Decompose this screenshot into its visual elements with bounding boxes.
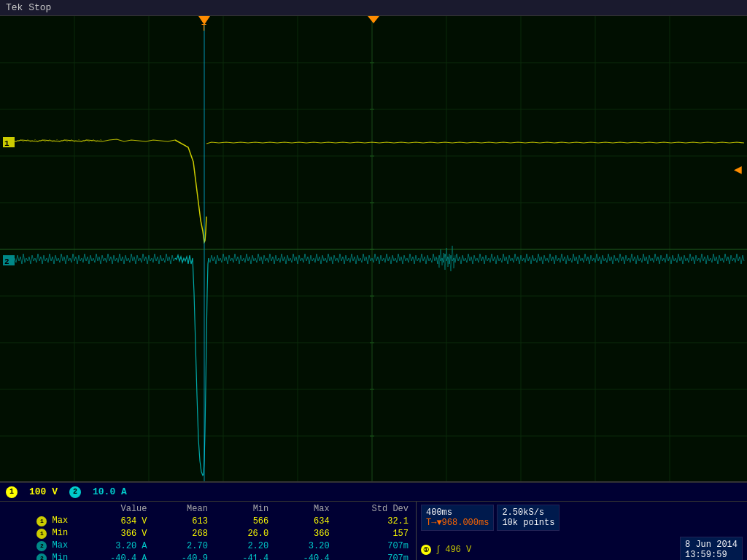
trigger-offset: T→▼968.000ms [426, 518, 489, 528]
stats-value: -40.4 A [72, 552, 151, 560]
stats-max: 366 [273, 527, 333, 540]
stats-stddev: 707m [334, 552, 413, 560]
svg-text:1: 1 [4, 139, 9, 148]
stats-min: 2.20 [212, 540, 273, 552]
stats-mean: -40.9 [152, 552, 212, 560]
col-header-mean: Mean [152, 503, 212, 515]
svg-text:◀: ◀ [734, 164, 742, 176]
stats-mean: 613 [152, 515, 212, 527]
col-header-max: Max [273, 503, 333, 515]
col-header-value: Value [72, 503, 151, 515]
stats-row-ch2-min: 2 Min -40.4 A -40.9 -41.4 -40.4 707m [3, 552, 413, 560]
stats-table: Value Mean Min Max Std Dev 1 Max 634 V 6… [0, 502, 416, 560]
right-info-panel: 400ms T→▼968.000ms 2.50kS/s 10k points ①… [416, 502, 747, 560]
stats-label: 1 Max [3, 515, 72, 527]
stats-label: 2 Min [3, 552, 72, 560]
datetime-box: 8 Jun 2014 13:59:59 [680, 537, 743, 560]
scope-area: T 1 1 2 ◀ [0, 16, 747, 483]
col-header-min: Min [212, 503, 273, 515]
stats-max: 3.20 [273, 540, 333, 552]
time-display: 13:59:59 [685, 550, 738, 560]
ch1-info-badge: ① [421, 545, 431, 555]
sample-box: 2.50kS/s 10k points [497, 505, 560, 531]
sample-points: 10k points [502, 518, 554, 528]
ch2-badge: 2 [69, 486, 81, 498]
timebase-value: 400ms [426, 508, 489, 518]
stats-row-ch2-max: 2 Max 3.20 A 2.70 2.20 3.20 707m [3, 540, 413, 552]
stats-max: 634 [273, 515, 333, 527]
ch1-badge: 1 [6, 486, 18, 498]
stats-mean: 2.70 [152, 540, 212, 552]
stats-value: 634 V [72, 515, 151, 527]
stats-stddev: 32.1 [334, 515, 413, 527]
stats-label: 2 Max [3, 540, 72, 552]
ch1-voltage-display: 496 V [445, 545, 471, 555]
ch1-scale: 100 V [29, 486, 58, 497]
stats-value: 366 V [72, 527, 151, 540]
top-bar: Tek Stop [0, 0, 747, 16]
stats-row-ch1-max: 1 Max 634 V 613 566 634 32.1 [3, 515, 413, 527]
stats-min: 26.0 [212, 527, 273, 540]
svg-rect-0 [0, 16, 747, 481]
date-display: 8 Jun 2014 [685, 540, 738, 550]
timebase-box: 400ms T→▼968.000ms [421, 505, 494, 531]
ch2-scale: 10.0 A [93, 486, 127, 497]
stats-stddev: 157 [334, 527, 413, 540]
stats-stddev: 707m [334, 540, 413, 552]
col-header-stddev: Std Dev [334, 503, 413, 515]
stats-row-ch1-min: 1 Min 366 V 268 26.0 366 157 [3, 527, 413, 540]
channel-row: 1 100 V 2 10.0 A [0, 483, 747, 502]
stats-label: 1 Min [3, 527, 72, 540]
bottom-panel: 1 100 V 2 10.0 A Value Mean Min Max Std … [0, 483, 747, 560]
grid-background: T 1 1 2 ◀ [0, 16, 747, 481]
stats-max: -40.4 [273, 552, 333, 560]
sample-rate: 2.50kS/s [502, 508, 554, 518]
stats-min: 566 [212, 515, 273, 527]
trigger-label: T [201, 23, 206, 34]
ch1-wave-symbol: ∫ [436, 545, 441, 555]
app-title: Tek Stop [6, 2, 51, 13]
col-header-label [3, 503, 72, 515]
stats-min: -41.4 [212, 552, 273, 560]
timebase-row: 400ms T→▼968.000ms 2.50kS/s 10k points [421, 505, 743, 531]
svg-text:2: 2 [4, 257, 9, 266]
stats-mean: 268 [152, 527, 212, 540]
stats-value: 3.20 A [72, 540, 151, 552]
stats-area: Value Mean Min Max Std Dev 1 Max 634 V 6… [0, 502, 747, 560]
